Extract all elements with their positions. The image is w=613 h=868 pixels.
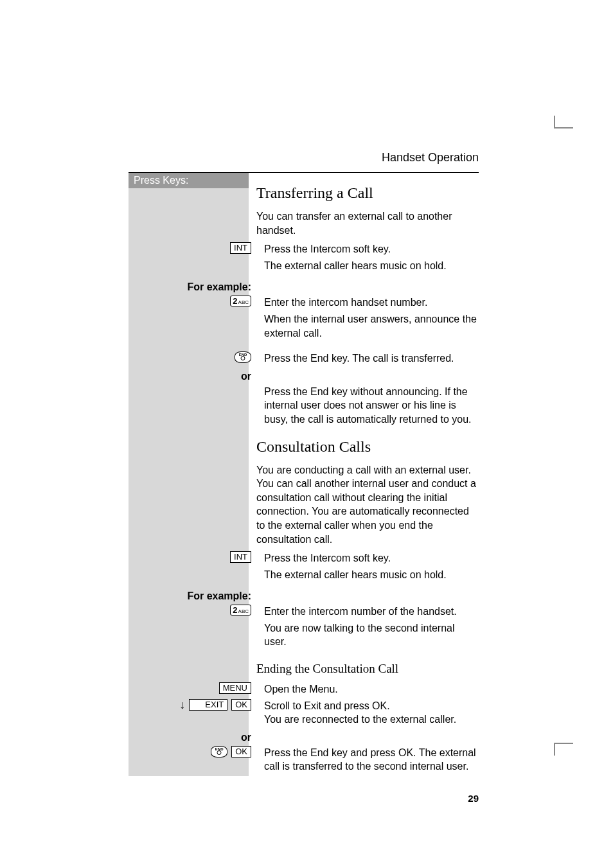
section-a-intro: You can transfer an external call to ano… [256,209,479,237]
note-music-hold-b: The external caller hears music on hold. [256,568,479,582]
key-2-a: 2ABC [230,296,251,306]
key-2-main-b: 2 [233,606,237,614]
int-softkey-b: INT [230,551,251,563]
step-announce: When the internal user answers, announce… [256,312,479,340]
arrow-down-icon: ↓ [179,699,185,711]
end-key-icon-c [211,746,227,757]
step-scroll-exit-ok: Scroll to Exit and press OK. You are rec… [256,699,479,727]
key-2-main: 2 [233,297,237,305]
section-title-ending-consultation: Ending the Consultation Call [256,662,479,676]
int-softkey: INT [230,242,251,254]
menu-softkey: MENU [219,682,251,694]
main-layout: Press Keys: Transferring a Call You can … [129,173,479,776]
section-b-intro: You are conducting a call with an extern… [256,463,479,547]
crop-mark-top-right [536,116,555,127]
key-2-sub: ABC [238,300,249,305]
key-2-b: 2ABC [230,605,251,616]
crop-mark-bottom-right [536,744,555,756]
section-title-consultation: Consultation Calls [256,438,479,456]
page-number: 29 [129,793,479,804]
ok-softkey-1: OK [231,699,251,711]
end-key-icon-a [235,351,251,363]
ok-softkey-2: OK [231,746,251,757]
step-end-alt: Press the End key without announcing. If… [256,385,479,427]
sidebar-header: Press Keys: [129,173,249,188]
step-talking-second-user: You are now talking to the second intern… [256,621,479,649]
step-end-ok-transfer: Press the End key and press OK. The exte… [256,746,479,774]
note-music-hold-a: The external caller hears music on hold. [256,259,479,273]
page-container: Handset Operation Press Keys: Transferri… [129,145,479,804]
label-for-example-a: For example: [187,281,251,293]
step-enter-handset-number: Enter the intercom handset number. [256,296,479,310]
step-enter-intercom-number: Enter the intercom number of the handset… [256,605,479,619]
step-open-menu: Open the Menu. [256,682,479,696]
step-press-intercom-b: Press the Intercom soft key. [256,551,479,565]
content-column: Transferring a Call You can transfer an … [249,173,479,776]
label-for-example-b: For example: [187,590,251,602]
section-title-transferring: Transferring a Call [256,184,479,202]
exit-softkey: EXIT [189,699,227,711]
step-end-transfer: Press the End key. The call is transferr… [256,351,479,366]
label-or-c: or [241,732,251,743]
page-header-title: Handset Operation [129,145,479,173]
step-press-intercom-a: Press the Intercom soft key. [256,242,479,256]
key-2-sub-b: ABC [238,609,249,614]
label-or-a: or [241,371,251,382]
